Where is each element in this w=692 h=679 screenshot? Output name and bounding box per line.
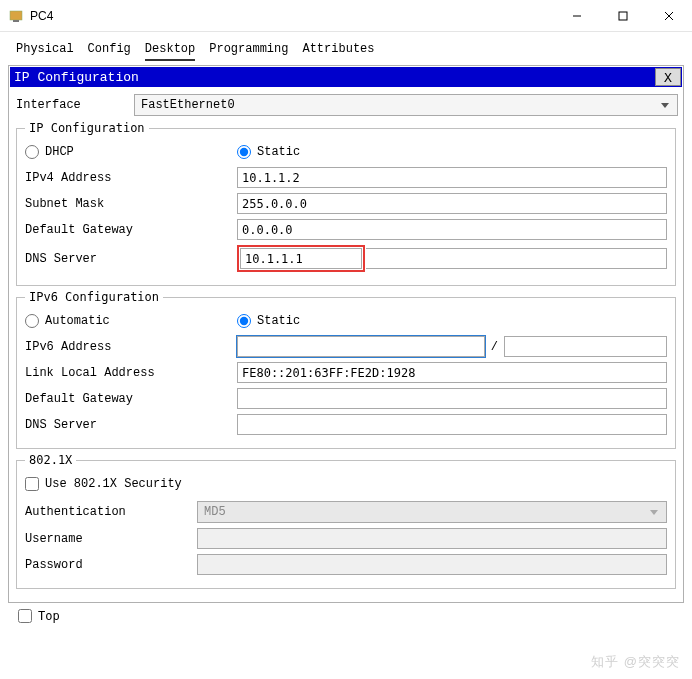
password-label: Password bbox=[25, 558, 197, 572]
ipv4-input[interactable] bbox=[237, 167, 667, 188]
maximize-button[interactable] bbox=[600, 0, 646, 32]
top-checkbox[interactable] bbox=[18, 609, 32, 623]
username-input bbox=[197, 528, 667, 549]
ipv6-prefix-input[interactable] bbox=[504, 336, 667, 357]
panel-close-button[interactable]: X bbox=[655, 68, 681, 86]
mask-label: Subnet Mask bbox=[25, 197, 237, 211]
use-8021x-label[interactable]: Use 802.1X Security bbox=[25, 477, 667, 491]
static6-radio-label[interactable]: Static bbox=[237, 314, 300, 328]
dns-input[interactable] bbox=[240, 248, 362, 269]
ip-config-legend: IP Configuration bbox=[25, 121, 149, 135]
dhcp-radio[interactable] bbox=[25, 145, 39, 159]
tab-bar: Physical Config Desktop Programming Attr… bbox=[8, 42, 684, 63]
auto-radio-label[interactable]: Automatic bbox=[25, 314, 237, 328]
tab-physical[interactable]: Physical bbox=[16, 42, 74, 61]
dns-label: DNS Server bbox=[25, 252, 237, 266]
static6-radio[interactable] bbox=[237, 314, 251, 328]
ipv6-dns-input[interactable] bbox=[237, 414, 667, 435]
interface-select[interactable]: FastEthernet0 bbox=[134, 94, 678, 116]
dns-highlight bbox=[237, 245, 365, 272]
ipv6-gw-label: Default Gateway bbox=[25, 392, 237, 406]
close-button[interactable] bbox=[646, 0, 692, 32]
ipv6-gw-input[interactable] bbox=[237, 388, 667, 409]
static-radio-label[interactable]: Static bbox=[237, 145, 300, 159]
use-8021x-checkbox[interactable] bbox=[25, 477, 39, 491]
username-label: Username bbox=[25, 532, 197, 546]
minimize-button[interactable] bbox=[554, 0, 600, 32]
ipv6-addr-label: IPv6 Address bbox=[25, 340, 237, 354]
password-input bbox=[197, 554, 667, 575]
dot1x-group: 802.1X Use 802.1X Security Authenticatio… bbox=[16, 453, 676, 589]
ipv6-dns-label: DNS Server bbox=[25, 418, 237, 432]
svg-rect-0 bbox=[10, 11, 22, 20]
static-radio[interactable] bbox=[237, 145, 251, 159]
interface-selected: FastEthernet0 bbox=[141, 98, 235, 112]
ipv6-config-group: IPv6 Configuration Automatic Static IPv6… bbox=[16, 290, 676, 449]
prefix-separator: / bbox=[491, 340, 498, 354]
dns-input-tail bbox=[366, 248, 667, 269]
auth-value: MD5 bbox=[204, 505, 226, 519]
auth-select: MD5 bbox=[197, 501, 667, 523]
ipv6-config-legend: IPv6 Configuration bbox=[25, 290, 163, 304]
titlebar: PC4 bbox=[0, 0, 692, 32]
svg-rect-3 bbox=[619, 12, 627, 20]
ip-config-group: IP Configuration DHCP Static IPv4 Addres… bbox=[16, 121, 676, 286]
interface-label: Interface bbox=[14, 98, 134, 112]
dhcp-radio-label[interactable]: DHCP bbox=[25, 145, 237, 159]
app-icon bbox=[8, 8, 24, 24]
auth-label: Authentication bbox=[25, 505, 197, 519]
dot1x-legend: 802.1X bbox=[25, 453, 76, 467]
panel-title: IP Configuration bbox=[10, 70, 655, 85]
ipv6-addr-input[interactable] bbox=[237, 336, 485, 357]
window-title: PC4 bbox=[30, 9, 554, 23]
tab-config[interactable]: Config bbox=[88, 42, 131, 61]
tab-attributes[interactable]: Attributes bbox=[302, 42, 374, 61]
linklocal-label: Link Local Address bbox=[25, 366, 237, 380]
watermark: 知乎 @突突突 bbox=[591, 653, 680, 671]
ip-config-panel: IP Configuration X Interface FastEtherne… bbox=[8, 65, 684, 603]
gateway-label: Default Gateway bbox=[25, 223, 237, 237]
auto-radio[interactable] bbox=[25, 314, 39, 328]
top-checkbox-label[interactable]: Top bbox=[8, 603, 684, 629]
tab-desktop[interactable]: Desktop bbox=[145, 42, 195, 61]
ipv4-label: IPv4 Address bbox=[25, 171, 237, 185]
tab-programming[interactable]: Programming bbox=[209, 42, 288, 61]
linklocal-input[interactable] bbox=[237, 362, 667, 383]
gateway-input[interactable] bbox=[237, 219, 667, 240]
mask-input[interactable] bbox=[237, 193, 667, 214]
svg-rect-1 bbox=[13, 20, 19, 22]
